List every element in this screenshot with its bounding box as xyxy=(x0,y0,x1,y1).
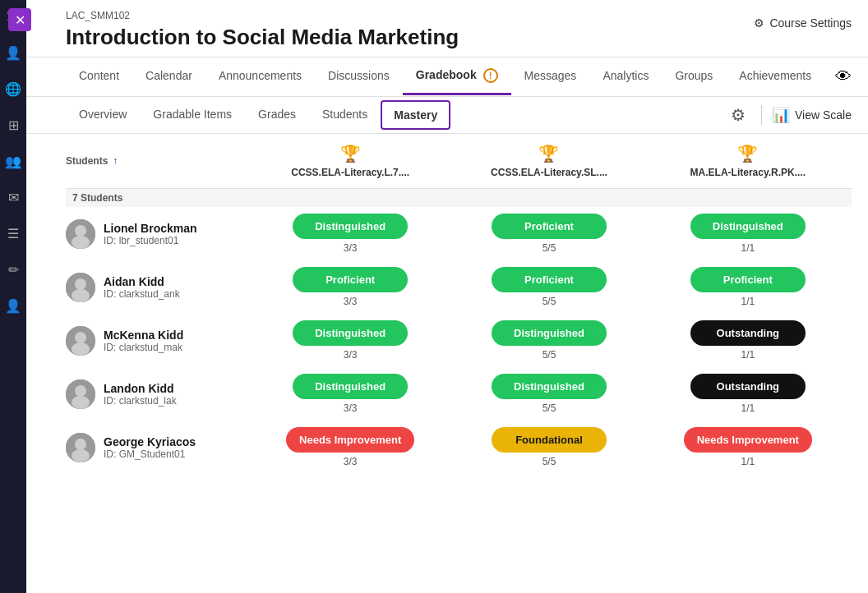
grade-score: 5/5 xyxy=(542,296,556,307)
grade-cell-3-0[interactable]: Distinguished 3/3 xyxy=(247,367,454,421)
avatar xyxy=(66,273,95,302)
grade-score: 1/1 xyxy=(741,242,755,254)
svg-point-1 xyxy=(75,225,86,237)
grade-cell-1-2[interactable]: Proficient 1/1 xyxy=(644,260,852,314)
student-name: George Kyriacos xyxy=(104,435,196,448)
sidebar: 🏛 👤 🌐 ⊞ 👥 ✉ ☰ ✏ 👤 xyxy=(0,0,26,593)
view-scale-label: View Scale xyxy=(795,108,852,122)
tab-analytics[interactable]: Analytics xyxy=(589,59,662,94)
svg-point-4 xyxy=(75,278,86,290)
grade-cell-0-2[interactable]: Distinguished 1/1 xyxy=(644,207,852,260)
grade-cell-0-1[interactable]: Proficient 5/5 xyxy=(454,207,644,260)
table-row[interactable]: George Kyriacos ID: GM_Student01 Needs I… xyxy=(66,421,852,474)
grade-badge: Distinguished xyxy=(293,320,408,346)
course-settings-label: Course Settings xyxy=(769,16,852,30)
student-cell-1: Aidan Kidd ID: clarkstud_ank xyxy=(66,260,247,314)
tab-gradebook[interactable]: Gradebook ! xyxy=(403,58,511,95)
eye-icon[interactable]: 👁 xyxy=(835,67,852,85)
table-settings-button[interactable]: ⚙ xyxy=(725,102,751,128)
tab-announcements[interactable]: Announcements xyxy=(205,59,315,94)
student-id: ID: GM_Student01 xyxy=(104,448,196,460)
sub-tab-gradable-items[interactable]: Gradable Items xyxy=(140,98,245,133)
table-row[interactable]: Aidan Kidd ID: clarkstud_ank Proficient … xyxy=(66,260,852,314)
grade-score: 3/3 xyxy=(344,349,358,361)
grade-score: 5/5 xyxy=(542,349,556,361)
student-cell-0: Lionel Brockman ID: lbr_student01 xyxy=(66,207,247,260)
grade-cell-2-0[interactable]: Distinguished 3/3 xyxy=(247,314,454,367)
table-row[interactable]: Landon Kidd ID: clarkstud_lak Distinguis… xyxy=(66,367,852,421)
table-row[interactable]: Lionel Brockman ID: lbr_student01 Distin… xyxy=(66,207,852,260)
grade-cell-0-0[interactable]: Distinguished 3/3 xyxy=(247,207,454,260)
close-icon: ✕ xyxy=(15,12,25,28)
grade-cell-4-1[interactable]: Foundational 5/5 xyxy=(454,421,644,474)
view-scale-button[interactable]: 📊 View Scale xyxy=(772,106,852,124)
col-name-3: MA.ELA-Literacy.R.PK.... xyxy=(690,167,806,178)
sidebar-icon-profile[interactable]: 👤 xyxy=(3,43,23,62)
sidebar-icon-edit[interactable]: ✏ xyxy=(3,260,23,279)
sub-tab-students[interactable]: Students xyxy=(309,98,381,133)
student-name: Lionel Brockman xyxy=(104,222,197,235)
grade-score: 1/1 xyxy=(741,296,755,307)
tab-discussions[interactable]: Discussions xyxy=(315,59,403,94)
tab-calendar[interactable]: Calendar xyxy=(132,59,205,94)
student-id: ID: clarkstud_ank xyxy=(104,288,180,300)
tab-content[interactable]: Content xyxy=(66,59,132,94)
sort-icon[interactable]: ↑ xyxy=(113,155,118,167)
sidebar-icon-groups[interactable]: 👥 xyxy=(3,151,23,171)
mastery-table: Students ↑ 🏆 CCSS.ELA-Literacy.L.7.... 🏆 xyxy=(66,134,852,474)
student-name: McKenna Kidd xyxy=(104,329,183,342)
grade-score: 1/1 xyxy=(741,456,755,467)
grade-badge: Distinguished xyxy=(492,320,607,346)
grade-cell-1-0[interactable]: Proficient 3/3 xyxy=(247,260,454,314)
grade-cell-2-2[interactable]: Outstanding 1/1 xyxy=(644,314,852,367)
sidebar-icon-mail[interactable]: ✉ xyxy=(3,187,23,207)
grade-cell-3-2[interactable]: Outstanding 1/1 xyxy=(644,367,852,421)
grade-cell-2-1[interactable]: Distinguished 5/5 xyxy=(454,314,644,367)
sub-tab-overview[interactable]: Overview xyxy=(66,98,140,133)
grade-cell-1-1[interactable]: Proficient 5/5 xyxy=(454,260,644,314)
svg-point-10 xyxy=(75,385,86,397)
grade-cell-3-1[interactable]: Distinguished 5/5 xyxy=(454,367,644,421)
grade-badge: Outstanding xyxy=(690,320,806,346)
grade-score: 3/3 xyxy=(344,296,358,307)
avatar xyxy=(66,219,95,249)
table-row[interactable]: McKenna Kidd ID: clarkstud_mak Distingui… xyxy=(66,314,852,367)
grade-cell-4-0[interactable]: Needs Improvement 3/3 xyxy=(247,421,454,474)
sidebar-icon-user[interactable]: 👤 xyxy=(3,296,23,315)
grade-badge: Distinguished xyxy=(293,374,408,399)
sub-tab-mastery[interactable]: Mastery xyxy=(381,100,450,130)
avatar xyxy=(66,379,95,409)
sidebar-icon-grid[interactable]: ⊞ xyxy=(3,115,23,135)
divider xyxy=(761,105,762,125)
grade-badge: Outstanding xyxy=(690,374,806,399)
course-settings-button[interactable]: ⚙ Course Settings xyxy=(754,16,852,30)
course-code: LAC_SMM102 xyxy=(66,10,459,21)
svg-point-2 xyxy=(72,236,90,249)
tab-achievements[interactable]: Achievements xyxy=(726,59,824,94)
grade-score: 5/5 xyxy=(542,456,556,467)
mastery-table-container: Students ↑ 🏆 CCSS.ELA-Literacy.L.7.... 🏆 xyxy=(26,134,868,593)
grade-badge: Proficient xyxy=(293,267,408,292)
trophy-icon-1: 🏆 xyxy=(340,144,361,163)
student-cell-3: Landon Kidd ID: clarkstud_lak xyxy=(66,367,247,421)
student-cell-4: George Kyriacos ID: GM_Student01 xyxy=(66,421,247,474)
bar-chart-icon: 📊 xyxy=(772,106,790,124)
course-title: Introduction to Social Media Marketing xyxy=(66,25,459,50)
grade-cell-4-2[interactable]: Needs Improvement 1/1 xyxy=(644,421,852,474)
sub-tab-grades[interactable]: Grades xyxy=(245,98,309,133)
student-name: Landon Kidd xyxy=(104,382,177,395)
column-header-1: 🏆 CCSS.ELA-Literacy.L.7.... xyxy=(247,134,454,189)
gradebook-badge: ! xyxy=(483,68,498,83)
grade-score: 1/1 xyxy=(741,402,755,414)
grade-score: 3/3 xyxy=(344,456,358,467)
student-cell-2: McKenna Kidd ID: clarkstud_mak xyxy=(66,314,247,367)
sidebar-icon-globe[interactable]: 🌐 xyxy=(3,79,23,99)
col-name-1: CCSS.ELA-Literacy.L.7.... xyxy=(291,167,409,178)
tab-messages[interactable]: Messages xyxy=(511,59,590,94)
tab-groups[interactable]: Groups xyxy=(662,59,726,94)
grade-score: 5/5 xyxy=(542,402,556,414)
close-button[interactable]: ✕ xyxy=(8,8,31,31)
grade-badge: Distinguished xyxy=(690,214,806,239)
sidebar-icon-list[interactable]: ☰ xyxy=(3,223,23,243)
avatar xyxy=(66,433,95,462)
